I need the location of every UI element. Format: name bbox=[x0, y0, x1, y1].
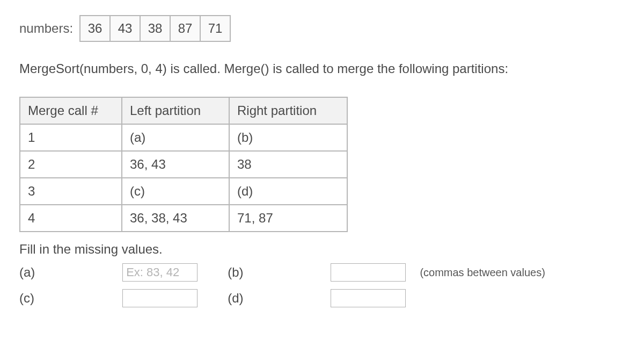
cell-left: (c) bbox=[122, 178, 229, 205]
numbers-table: 36 43 38 87 71 bbox=[79, 15, 231, 42]
cell-right: (d) bbox=[229, 178, 347, 205]
numbers-cell: 38 bbox=[140, 16, 170, 41]
answer-label-d: (d) bbox=[228, 291, 326, 306]
cell-call: 4 bbox=[20, 205, 122, 232]
answer-input-a[interactable] bbox=[122, 263, 197, 282]
answer-label-b: (b) bbox=[228, 265, 326, 280]
numbers-cell: 87 bbox=[170, 16, 200, 41]
merge-table: Merge call # Left partition Right partit… bbox=[19, 97, 348, 232]
cell-right: 71, 87 bbox=[229, 205, 347, 232]
answer-input-b[interactable] bbox=[331, 263, 406, 282]
cell-call: 1 bbox=[20, 124, 122, 151]
table-row: 4 36, 38, 43 71, 87 bbox=[20, 205, 347, 232]
numbers-cell: 36 bbox=[80, 16, 110, 41]
answer-input-c[interactable] bbox=[122, 289, 197, 307]
table-row: 2 36, 43 38 bbox=[20, 151, 347, 178]
cell-right: (b) bbox=[229, 124, 347, 151]
header-left-partition: Left partition bbox=[122, 97, 229, 124]
numbers-cell: 43 bbox=[110, 16, 140, 41]
answer-label-c: (c) bbox=[19, 291, 118, 306]
header-right-partition: Right partition bbox=[229, 97, 347, 124]
numbers-cell: 71 bbox=[200, 16, 230, 41]
cell-call: 3 bbox=[20, 178, 122, 205]
cell-right: 38 bbox=[229, 151, 347, 178]
table-header-row: Merge call # Left partition Right partit… bbox=[20, 97, 347, 124]
header-merge-call: Merge call # bbox=[20, 97, 122, 124]
fill-prompt: Fill in the missing values. bbox=[19, 242, 625, 257]
table-row: 3 (c) (d) bbox=[20, 178, 347, 205]
answer-input-d[interactable] bbox=[331, 289, 406, 307]
answer-grid: (a) (b) (commas between values) (c) (d) bbox=[19, 263, 625, 307]
numbers-row: numbers: 36 43 38 87 71 bbox=[19, 15, 625, 42]
description-paragraph: MergeSort(numbers, 0, 4) is called. Merg… bbox=[19, 60, 625, 77]
cell-left: 36, 43 bbox=[122, 151, 229, 178]
answer-label-a: (a) bbox=[19, 265, 118, 280]
answer-hint: (commas between values) bbox=[415, 267, 625, 279]
table-row: 1 (a) (b) bbox=[20, 124, 347, 151]
numbers-label: numbers: bbox=[19, 21, 73, 36]
cell-left: 36, 38, 43 bbox=[122, 205, 229, 232]
cell-call: 2 bbox=[20, 151, 122, 178]
cell-left: (a) bbox=[122, 124, 229, 151]
